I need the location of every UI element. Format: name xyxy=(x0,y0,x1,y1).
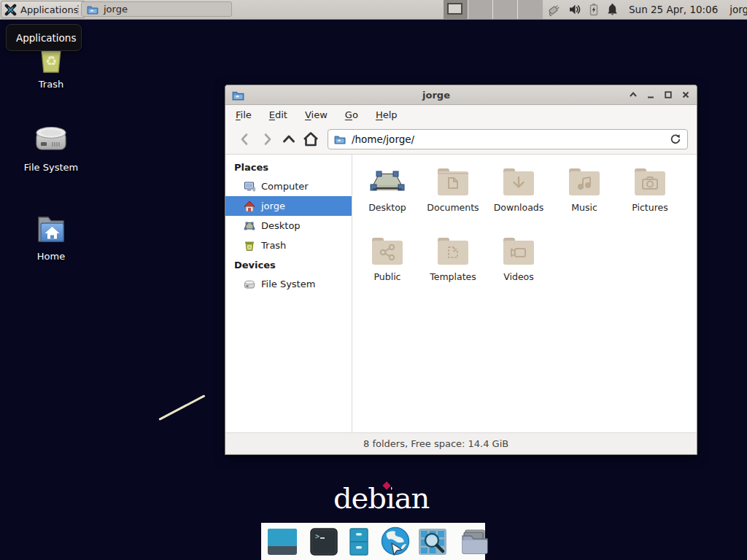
trash-small-icon xyxy=(244,240,255,252)
desktop-icon-label: Trash xyxy=(15,79,88,90)
desktop-icon-file-system[interactable]: File System xyxy=(15,122,88,173)
svg-text:♻: ♻ xyxy=(45,53,57,69)
file-item-label: Public xyxy=(374,271,401,282)
downloads-folder-icon xyxy=(501,165,536,200)
sidebar-item-label: jorge xyxy=(261,201,285,211)
desktop-icon-home[interactable]: Home xyxy=(15,211,88,262)
file-manager-icon[interactable] xyxy=(460,527,490,556)
applications-tooltip: Applications xyxy=(6,24,82,51)
desktop-special-icon xyxy=(370,165,405,200)
desktop-icon-label: File System xyxy=(15,162,88,173)
file-item-documents[interactable]: Documents xyxy=(420,165,486,234)
file-item-desktop[interactable]: Desktop xyxy=(355,165,420,234)
sidebar-header-devices: Devices xyxy=(225,255,352,274)
workspace-1[interactable] xyxy=(444,0,468,19)
xorg-logo-icon xyxy=(4,4,17,16)
sidebar-item-computer[interactable]: Computer xyxy=(225,176,352,196)
top-panel: Applications jorge xyxy=(0,0,747,20)
location-path[interactable]: /home/jorge/ xyxy=(352,133,414,145)
window-controls xyxy=(628,90,690,100)
file-item-pictures[interactable]: Pictures xyxy=(617,165,683,234)
minimize-button[interactable] xyxy=(646,90,655,100)
network-icon[interactable] xyxy=(547,3,562,16)
taskbar-window-button[interactable]: jorge xyxy=(81,1,232,17)
templates-folder-icon xyxy=(436,234,471,269)
debian-logo: debian xyxy=(333,481,429,515)
file-item-label: Music xyxy=(571,202,597,213)
toolbar: /home/jorge/ xyxy=(225,125,697,155)
location-bar[interactable]: /home/jorge/ xyxy=(328,129,688,149)
home-folder-icon xyxy=(15,211,88,249)
workspace-switcher[interactable] xyxy=(444,0,543,19)
terminal-icon[interactable]: > xyxy=(309,527,338,556)
menu-edit[interactable]: Edit xyxy=(269,109,287,120)
file-view[interactable]: Desktop Documents xyxy=(352,155,697,432)
window-title: jorge xyxy=(244,90,628,101)
window-folder-icon xyxy=(232,90,244,101)
window-body: Places Computer xyxy=(225,155,697,432)
applications-menu-label: Applications xyxy=(20,4,78,15)
sidebar-item-jorge[interactable]: jorge xyxy=(225,196,352,216)
desktop-root: { "panel": { "applications": "Applicatio… xyxy=(0,0,747,560)
notifications-bell-icon[interactable] xyxy=(606,3,619,16)
applications-menu-button[interactable]: Applications xyxy=(1,1,85,18)
svg-text:>: > xyxy=(315,532,320,540)
file-item-label: Documents xyxy=(427,202,479,213)
workspace-4[interactable] xyxy=(518,0,543,19)
menu-view[interactable]: View xyxy=(305,109,328,120)
home-button[interactable] xyxy=(300,131,322,148)
sidebar-item-label: File System xyxy=(261,279,315,289)
file-cabinet-icon[interactable] xyxy=(344,527,374,556)
sidebar-item-desktop[interactable]: Desktop xyxy=(225,216,352,236)
desktop-icon xyxy=(244,220,255,232)
status-text: 8 folders, Free space: 14.4 GiB xyxy=(225,438,508,449)
location-folder-icon xyxy=(334,134,346,144)
file-item-public[interactable]: Public xyxy=(355,234,420,303)
battery-icon[interactable] xyxy=(588,3,600,16)
file-manager-window: jorge File Edit View Go Help xyxy=(225,85,697,455)
file-item-label: Downloads xyxy=(494,202,544,213)
show-desktop-icon[interactable] xyxy=(267,527,298,556)
menu-help[interactable]: Help xyxy=(376,109,398,120)
workspace-3[interactable] xyxy=(493,0,518,19)
file-grid: Desktop Documents xyxy=(355,165,686,303)
task-folder-icon xyxy=(87,4,98,15)
file-item-templates[interactable]: Templates xyxy=(420,234,486,303)
stray-line-artifact xyxy=(158,394,205,421)
volume-icon[interactable] xyxy=(568,3,581,16)
up-button[interactable] xyxy=(278,131,300,147)
menu-go[interactable]: Go xyxy=(345,109,358,120)
shade-button[interactable] xyxy=(628,90,638,100)
window-titlebar[interactable]: jorge xyxy=(225,85,697,105)
file-item-label: Templates xyxy=(430,271,476,282)
file-item-videos[interactable]: Videos xyxy=(486,234,551,303)
workspace-2[interactable] xyxy=(468,0,493,19)
app-finder-icon[interactable] xyxy=(417,527,448,556)
maximize-button[interactable] xyxy=(663,90,673,100)
panel-grip xyxy=(77,4,80,15)
menu-bar: File Edit View Go Help xyxy=(225,105,697,125)
system-tray xyxy=(547,3,619,16)
tooltip-text: Applications xyxy=(16,32,76,44)
taskbar-window-label: jorge xyxy=(104,4,128,15)
web-browser-icon[interactable] xyxy=(379,526,411,558)
panel-username[interactable]: jorge xyxy=(729,4,747,15)
panel-clock[interactable]: Sun 25 Apr, 10:06 xyxy=(629,4,718,15)
back-button[interactable] xyxy=(234,131,256,147)
drive-small-icon xyxy=(244,279,255,290)
close-button[interactable] xyxy=(681,90,690,100)
pictures-folder-icon xyxy=(632,165,667,200)
file-item-label: Videos xyxy=(503,271,534,282)
forward-button[interactable] xyxy=(256,131,278,147)
reload-icon[interactable] xyxy=(670,133,681,145)
sidebar-item-trash[interactable]: Trash xyxy=(225,236,352,255)
sidebar-header-places: Places xyxy=(225,158,352,176)
sidebar-item-label: Trash xyxy=(261,240,286,251)
home-icon xyxy=(244,201,255,212)
file-system-drive-icon xyxy=(15,122,88,160)
file-item-downloads[interactable]: Downloads xyxy=(486,165,551,234)
menu-file[interactable]: File xyxy=(236,109,252,120)
sidebar-item-file-system[interactable]: File System xyxy=(225,274,352,294)
computer-icon xyxy=(244,181,255,192)
file-item-music[interactable]: Music xyxy=(551,165,617,234)
